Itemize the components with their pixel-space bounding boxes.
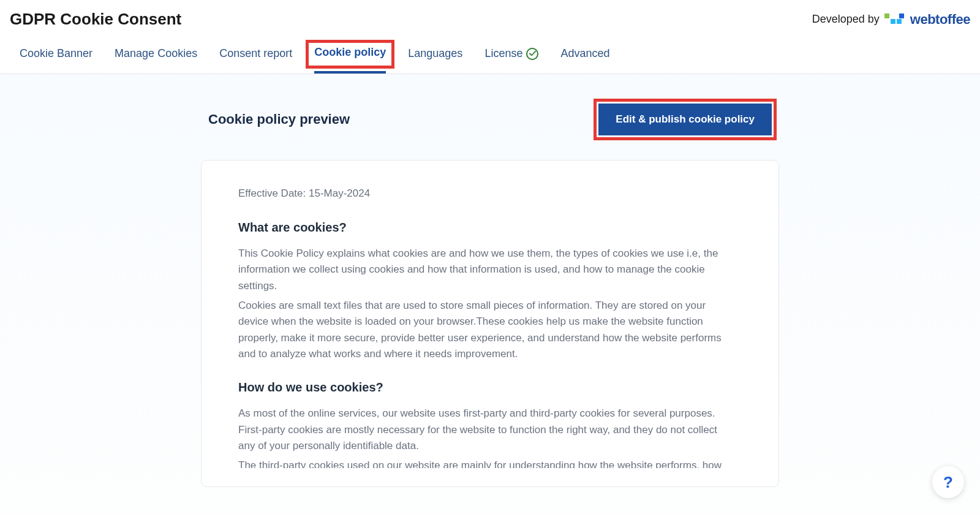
help-button[interactable]: ? [932,466,964,498]
tab-license-label: License [484,47,522,60]
policy-preview-card: Effective Date: 15-May-2024 What are coo… [201,160,779,487]
policy-paragraph: The third-party cookies used on our webs… [238,458,736,468]
policy-section-how-use-cookies: How do we use cookies? As most of the on… [238,380,736,468]
policy-heading: What are cookies? [238,221,736,235]
policy-paragraph: As most of the online services, our webs… [238,406,736,454]
svg-rect-2 [899,13,904,18]
policy-paragraph: This Cookie Policy explains what cookies… [238,246,736,294]
edit-publish-button[interactable]: Edit & publish cookie policy [598,104,772,135]
tab-manage-cookies[interactable]: Manage Cookies [115,46,197,74]
tab-advanced[interactable]: Advanced [560,46,609,74]
policy-section-what-are-cookies: What are cookies? This Cookie Policy exp… [238,221,736,362]
webtoffee-logo[interactable]: webtoffee [884,12,970,28]
main-tabs: Cookie Banner Manage Cookies Consent rep… [0,29,980,74]
policy-scroll-area[interactable]: Effective Date: 15-May-2024 What are coo… [238,187,742,468]
page-header: GDPR Cookie Consent Developed by webtoff… [0,0,980,29]
effective-date: Effective Date: 15-May-2024 [238,187,736,200]
tab-license[interactable]: License [484,46,538,74]
policy-paragraph: Cookies are small text files that are us… [238,298,736,362]
section-header: Cookie policy preview Edit & publish coo… [208,104,772,135]
svg-rect-3 [897,19,902,24]
tab-languages[interactable]: Languages [408,46,462,74]
developed-by: Developed by webtoffee [812,12,970,28]
content-area: Cookie policy preview Edit & publish coo… [0,74,980,514]
section-title: Cookie policy preview [208,111,350,127]
policy-heading: How do we use cookies? [238,380,736,395]
check-circle-icon [526,48,538,60]
brand-text: webtoffee [910,12,970,28]
page-title: GDPR Cookie Consent [10,10,181,29]
svg-rect-0 [884,13,889,18]
tab-cookie-policy-label: Cookie policy [314,46,386,59]
tab-cookie-policy[interactable]: Cookie policy [314,46,386,74]
developed-by-label: Developed by [812,13,880,26]
tab-cookie-banner[interactable]: Cookie Banner [20,46,92,74]
tab-consent-report[interactable]: Consent report [219,46,292,74]
svg-rect-1 [891,19,895,24]
logo-squares-icon [884,13,907,26]
